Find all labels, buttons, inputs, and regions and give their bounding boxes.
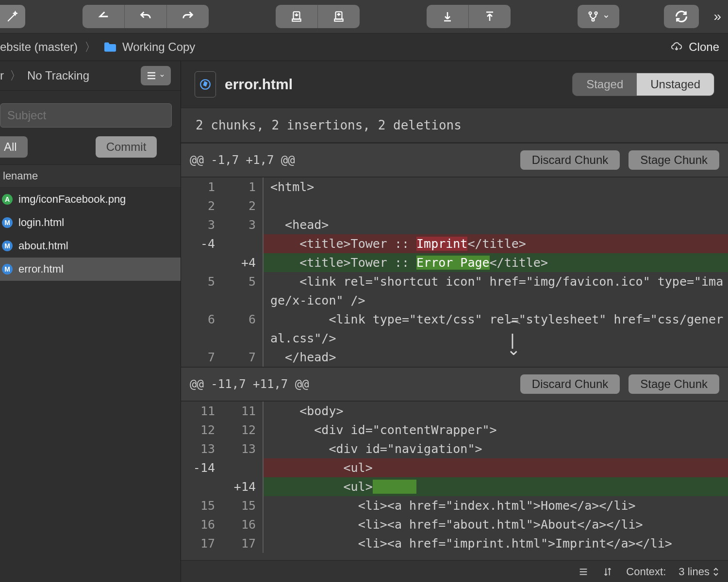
diff-line[interactable]: 33 <head>: [181, 215, 728, 234]
push-button[interactable]: [469, 5, 511, 28]
discard-chunk-button[interactable]: Discard Chunk: [520, 150, 620, 170]
new-line-number: 13: [222, 439, 264, 458]
clone-button[interactable]: Clone: [669, 40, 719, 54]
diff-line[interactable]: 66 <link type="text/css" rel="stylesheet…: [181, 310, 728, 348]
compass-icon: [199, 78, 212, 91]
line-content: <ul>: [264, 477, 728, 496]
line-content: <div id="contentWrapper">: [264, 420, 728, 439]
old-line-number: -4: [181, 234, 222, 253]
sidebar: r 〉 No Tracking All Commit lename Aimg/i…: [0, 61, 181, 582]
modified-badge-icon: M: [2, 264, 13, 275]
file-list: Aimg/iconFacebook.pngMlogin.htmlMabout.h…: [0, 188, 181, 582]
context-label: Context:: [626, 566, 666, 578]
modified-badge-icon: M: [2, 241, 13, 251]
refresh-button[interactable]: [664, 5, 699, 28]
magic-wand-icon: [6, 10, 19, 23]
old-line-number: 5: [181, 272, 222, 310]
diff-line[interactable]: 1212 <div id="contentWrapper">: [181, 420, 728, 439]
menu-icon: [147, 72, 156, 80]
chunk-range: @@ -11,7 +11,7 @@: [190, 377, 309, 391]
diff-footer: Context: 3 lines: [181, 560, 728, 582]
new-line-number: +4: [222, 253, 264, 272]
pull-button[interactable]: [427, 5, 469, 28]
chevron-down-icon: [159, 73, 165, 79]
old-line-number: 15: [181, 496, 222, 515]
stash-pop-button[interactable]: [318, 5, 360, 28]
tracking-status[interactable]: No Tracking: [27, 69, 89, 82]
chunk-body[interactable]: 11<html>2233 <head>-4 <title>Tower :: Im…: [181, 178, 728, 367]
sidebar-menu-button[interactable]: [141, 66, 171, 85]
stage-chunk-button[interactable]: Stage Chunk: [629, 150, 719, 170]
diff-line[interactable]: 1111 <body>: [181, 402, 728, 420]
redo-button[interactable]: [167, 5, 209, 28]
branch-menu-button[interactable]: [578, 5, 619, 28]
old-line-number: 7: [181, 348, 222, 367]
file-row[interactable]: Aimg/iconFacebook.png: [0, 188, 181, 211]
diff-line[interactable]: 22: [181, 196, 728, 215]
nav-group: [83, 5, 209, 28]
file-row[interactable]: Mlogin.html: [0, 211, 181, 234]
file-row[interactable]: Merror.html: [0, 258, 181, 281]
diff-line[interactable]: 1717 <li><a href="imprint.html">Imprint<…: [181, 534, 728, 553]
file-name-label: login.html: [18, 216, 64, 229]
file-row[interactable]: Mabout.html: [0, 234, 181, 258]
unstaged-tab[interactable]: Unstaged: [637, 73, 714, 96]
line-content: [264, 196, 728, 215]
diff-line[interactable]: 1616 <li><a href="about.html">About</a><…: [181, 515, 728, 534]
new-line-number: +14: [222, 477, 264, 496]
old-line-number: -14: [181, 458, 222, 477]
diff-line[interactable]: 11<html>: [181, 178, 728, 196]
new-line-number: 17: [222, 534, 264, 553]
added-badge-icon: A: [2, 194, 13, 205]
new-line-number: [222, 234, 264, 253]
clone-label: Clone: [689, 40, 719, 54]
breadcrumb-working-copy[interactable]: Working Copy: [103, 40, 195, 54]
staged-tab[interactable]: Staged: [573, 73, 637, 96]
diff-line[interactable]: 1515 <li><a href="index.html">Home</a></…: [181, 496, 728, 515]
overflow-icon[interactable]: »: [713, 9, 721, 24]
context-value[interactable]: 3 lines: [678, 566, 719, 578]
diff-line[interactable]: -14 <ul>: [181, 458, 728, 477]
new-line-number: 7: [222, 348, 264, 367]
stage-chunk-button[interactable]: Stage Chunk: [629, 374, 719, 394]
new-line-number: 16: [222, 515, 264, 534]
chunk-header: @@ -1,7 +1,7 @@Discard ChunkStage Chunk: [181, 143, 728, 178]
sort-icon[interactable]: [602, 566, 613, 577]
discard-chunk-button[interactable]: Discard Chunk: [520, 374, 620, 394]
diff-line[interactable]: 1313 <div id="navigation">: [181, 439, 728, 458]
branch-icon: [587, 10, 599, 23]
old-line-number: 17: [181, 534, 222, 553]
diff-pane: error.html Staged Unstaged 2 chunks, 2 i…: [181, 61, 728, 582]
sync-group: [427, 5, 511, 28]
chunk-body[interactable]: 1111 <body>1212 <div id="contentWrapper"…: [181, 402, 728, 553]
diff-line[interactable]: -4 <title>Tower :: Imprint</title>: [181, 234, 728, 253]
file-name-label: about.html: [18, 240, 68, 252]
old-line-number: 3: [181, 215, 222, 234]
indent-icon[interactable]: [578, 566, 589, 577]
diff-line[interactable]: +14 <ul>: [181, 477, 728, 496]
new-line-number: 12: [222, 420, 264, 439]
file-name-label: img/iconFacebook.png: [18, 193, 126, 206]
diff-line[interactable]: +4 <title>Tower :: Error Page</title>: [181, 253, 728, 272]
location-bar: ebsite (master) 〉 Working Copy Clone: [0, 33, 728, 61]
back-button[interactable]: [83, 5, 125, 28]
stash-save-button[interactable]: [276, 5, 318, 28]
file-name-label: error.html: [18, 263, 64, 275]
chevron-down-icon: [603, 13, 610, 20]
stage-all-button[interactable]: All: [0, 136, 28, 158]
svg-point-2: [589, 12, 592, 15]
old-line-number: 2: [181, 196, 222, 215]
diff-line[interactable]: 55 <link rel="shortcut icon" href="img/f…: [181, 272, 728, 310]
line-content: <li><a href="index.html">Home</a></li>: [264, 496, 728, 515]
commit-subject-input[interactable]: [0, 103, 172, 128]
files-column-header[interactable]: lename: [0, 165, 181, 188]
diff-line[interactable]: 77 </head>: [181, 348, 728, 367]
stash-group: [276, 5, 360, 28]
chevron-right-icon: 〉: [10, 68, 21, 83]
new-line-number: 11: [222, 402, 264, 420]
commit-button[interactable]: Commit: [96, 136, 157, 158]
magic-wand-button[interactable]: [0, 5, 25, 28]
undo-button[interactable]: [125, 5, 167, 28]
line-content: </head>: [264, 348, 728, 367]
breadcrumb-repo[interactable]: ebsite (master): [0, 40, 78, 54]
